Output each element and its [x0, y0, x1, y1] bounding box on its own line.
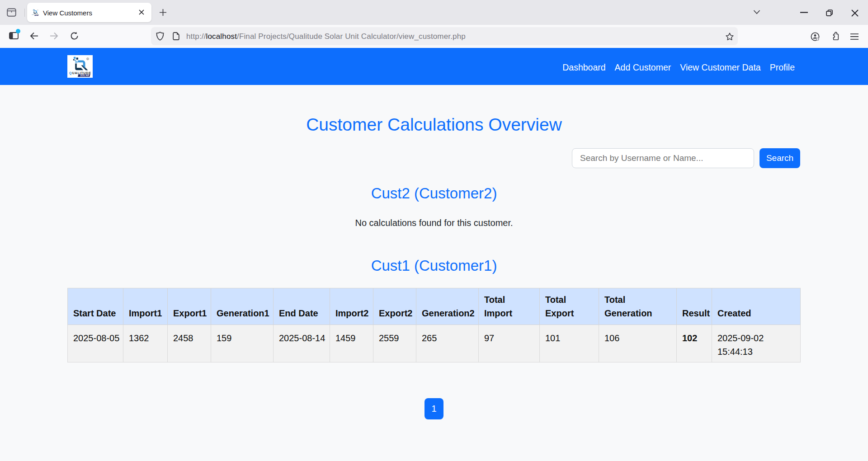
- svg-text:R: R: [87, 58, 89, 60]
- svg-text:UALITUDE: UALITUDE: [33, 14, 39, 15]
- svg-text:Q: Q: [69, 71, 72, 75]
- svg-text:SOLAR: SOLAR: [35, 15, 38, 16]
- svg-text:Q: Q: [32, 14, 33, 15]
- svg-text:SOLAR: SOLAR: [80, 74, 89, 77]
